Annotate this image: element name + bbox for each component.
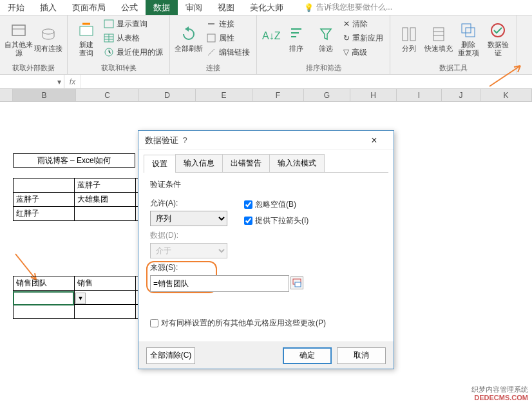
list-icon	[104, 19, 114, 29]
svg-rect-0	[12, 25, 25, 35]
col-header-C[interactable]: C	[76, 89, 139, 101]
tab-view[interactable]: 视图	[210, 0, 242, 15]
btn-clear[interactable]: ✕清除	[341, 17, 386, 31]
cancel-button[interactable]: 取消	[337, 347, 386, 364]
cell[interactable]	[75, 305, 136, 319]
btn-text-columns[interactable]: 分列	[394, 17, 424, 62]
group-label: 获取外部数据	[4, 63, 63, 74]
svg-point-1	[43, 29, 54, 34]
group-sort-filter: A↓Z 排序 筛选 ✕清除 ↻重新应用 ▽高级 排序和筛选	[257, 15, 390, 74]
tab-insert[interactable]: 插入	[32, 0, 64, 15]
flash-icon	[430, 25, 448, 43]
cell[interactable]: 大雄集团	[75, 193, 136, 207]
help-button[interactable]: ?	[178, 135, 191, 145]
dlg-tab-input[interactable]: 输入信息	[175, 154, 223, 172]
tell-me-text: 告诉我您想要做什么...	[316, 2, 392, 13]
btn-data-validation[interactable]: 数据验 证	[483, 17, 513, 62]
btn-new-query[interactable]: 新建 查询	[71, 17, 101, 62]
allow-label: 允许(A):	[150, 198, 227, 209]
props-icon	[206, 33, 216, 43]
group-get-transform: 新建 查询 显示查询 从表格 最近使用的源 获取和转换	[68, 15, 170, 74]
btn-properties[interactable]: 属性	[204, 31, 252, 45]
validation-icon	[489, 21, 507, 39]
cell-dropdown-button[interactable]: ▼	[75, 293, 86, 304]
dialog-title-text: 数据验证	[145, 135, 178, 146]
ignore-blank-checkbox[interactable]	[244, 200, 252, 209]
col-header-D[interactable]: D	[139, 89, 196, 101]
apply-all-checkbox[interactable]	[150, 319, 158, 327]
cell[interactable]: 红胖子	[14, 207, 75, 221]
col-header-F[interactable]: F	[252, 89, 304, 101]
col-header-H[interactable]: H	[350, 89, 397, 101]
cell[interactable]: 蓝胖子	[14, 193, 75, 207]
source-input[interactable]	[150, 275, 289, 292]
svg-rect-10	[462, 24, 471, 33]
svg-rect-6	[207, 34, 215, 42]
clear-all-button[interactable]: 全部清除(C)	[146, 347, 195, 364]
recent-icon	[104, 47, 114, 57]
formula-bar: ▾ fx	[0, 75, 532, 89]
tab-data[interactable]: 数据	[146, 0, 178, 15]
tab-beautify[interactable]: 美化大师	[242, 0, 291, 15]
col-header-E[interactable]: E	[196, 89, 252, 101]
col-header-I[interactable]: I	[397, 89, 442, 101]
btn-recent-source[interactable]: 最近使用的源	[101, 45, 166, 59]
btn-filter[interactable]: 筛选	[311, 17, 341, 62]
ok-button[interactable]: 确定	[283, 347, 332, 364]
group-label: 连接	[174, 63, 252, 74]
btn-from-table[interactable]: 从表格	[101, 31, 166, 45]
select-all-corner[interactable]	[0, 89, 13, 101]
connection-icon	[39, 25, 57, 43]
btn-flash-fill[interactable]: 快速填充	[424, 17, 453, 62]
btn-reapply[interactable]: ↻重新应用	[341, 31, 386, 45]
cell[interactable]: 销售	[75, 276, 136, 291]
btn-show-query[interactable]: 显示查询	[101, 17, 166, 31]
close-button[interactable]: ×	[361, 135, 387, 146]
dialog-titlebar[interactable]: 数据验证 ? ×	[138, 131, 394, 150]
edit-icon	[206, 47, 216, 57]
btn-edit-links[interactable]: 编辑链接	[204, 45, 252, 59]
name-box[interactable]: ▾	[0, 75, 64, 88]
btn-remove-dup[interactable]: 删除 重复项	[453, 17, 483, 62]
cell[interactable]: 销售团队	[14, 276, 75, 291]
fx-button[interactable]: fx	[64, 75, 81, 88]
ignore-blank-label: 忽略空值(B)	[255, 199, 296, 210]
btn-advanced[interactable]: ▽高级	[341, 45, 386, 59]
btn-other-source[interactable]: 自其他来源	[4, 17, 33, 62]
dlg-tab-error[interactable]: 出错警告	[222, 154, 270, 172]
section-header: 验证条件	[150, 179, 382, 190]
sort-icon	[287, 25, 305, 43]
btn-connections[interactable]: 连接	[204, 17, 252, 31]
col-header-B[interactable]: B	[13, 89, 76, 101]
cell[interactable]	[75, 207, 136, 221]
tab-layout[interactable]: 页面布局	[64, 0, 113, 15]
dropdown-checkbox[interactable]	[244, 217, 252, 225]
cell[interactable]	[14, 179, 75, 193]
tab-formulas[interactable]: 公式	[113, 0, 146, 15]
btn-existing-conn[interactable]: 现有连接	[33, 17, 63, 62]
btn-sort-az[interactable]: A↓Z	[261, 17, 281, 62]
sort-az-icon: A↓Z	[262, 30, 280, 48]
col-header-G[interactable]: G	[304, 89, 350, 101]
clear-icon: ✕	[343, 19, 350, 28]
tab-review[interactable]: 审阅	[178, 0, 210, 15]
tab-home[interactable]: 开始	[0, 0, 32, 15]
tell-me-box[interactable]: 💡 告诉我您想要做什么...	[304, 0, 392, 15]
dlg-tab-ime[interactable]: 输入法模式	[269, 154, 325, 172]
svg-rect-9	[433, 28, 444, 41]
cell[interactable]	[14, 305, 75, 319]
svg-rect-3	[104, 20, 113, 28]
dlg-tab-settings[interactable]: 设置	[144, 155, 176, 173]
allow-select[interactable]: 序列	[150, 211, 227, 226]
btn-sort[interactable]: 排序	[281, 17, 311, 62]
watermark: 织梦内容管理系统 DEDECMS.COM	[471, 385, 528, 402]
btn-refresh-all[interactable]: 全部刷新	[174, 17, 204, 62]
cell[interactable]: 蓝胖子	[75, 179, 136, 193]
range-select-button[interactable]	[290, 276, 303, 289]
query-icon	[77, 21, 95, 39]
svg-rect-14	[295, 282, 301, 287]
group-external-data: 自其他来源 现有连接 获取外部数据	[0, 15, 68, 74]
col-header-J[interactable]: J	[442, 89, 480, 101]
table-icon	[104, 33, 114, 43]
col-header-K[interactable]: K	[480, 89, 532, 101]
